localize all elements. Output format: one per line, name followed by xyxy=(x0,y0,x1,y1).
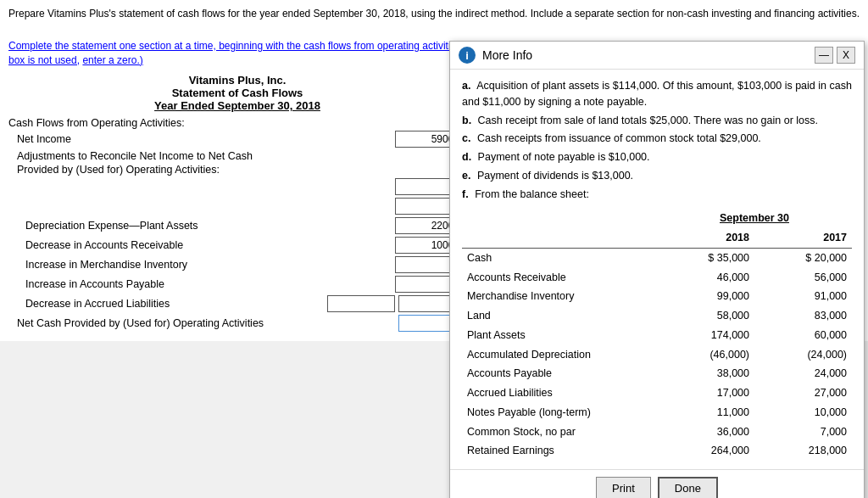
item-b-text: Cash receipt from sale of land totals $2… xyxy=(478,115,818,126)
row-val-2017: 7,000 xyxy=(754,422,852,442)
table-row: Common Stock, no par36,0007,000 xyxy=(462,422,852,442)
decrease-ar-row: Decrease in Accounts Receivable xyxy=(8,237,466,254)
table-row: Notes Payable (long-term)11,00010,000 xyxy=(462,403,852,422)
net-income-label: Net Income xyxy=(8,133,395,145)
statement-header: Vitamins Plus, Inc. Statement of Cash Fl… xyxy=(8,74,466,112)
info-icon: i xyxy=(459,47,476,64)
minimize-button[interactable]: — xyxy=(815,47,833,64)
letter-a: a. xyxy=(462,80,470,92)
table-row: Accounts Receivable46,00056,000 xyxy=(462,268,852,288)
enter-zero-link[interactable]: enter a zero.) xyxy=(82,54,142,66)
balance-sheet-table: September 30 2018 2017 Cash$ 35,000$ 20,… xyxy=(462,209,852,461)
empty-row-2 xyxy=(8,198,466,215)
list-item: c. Cash receipts from issuance of common… xyxy=(462,131,852,147)
row-val-2017: 10,000 xyxy=(754,403,852,422)
row-label: Land xyxy=(462,306,657,326)
col-2018-header: 2018 xyxy=(657,228,754,248)
depreciation-label: Depreciation Expense—Plant Assets xyxy=(8,220,395,232)
info-list: a. Acquisition of plant assets is $114,0… xyxy=(462,78,852,202)
decrease-al-input1[interactable] xyxy=(327,295,395,312)
item-d-text: Payment of note payable is $10,000. xyxy=(478,151,650,163)
dialog-controls: — X xyxy=(815,47,855,64)
increase-ap-label: Increase in Accounts Payable xyxy=(8,278,395,290)
net-cash-row: Net Cash Provided by (Used for) Operatin… xyxy=(8,315,466,332)
row-val-2018: 58,000 xyxy=(657,306,754,326)
dialog-body: a. Acquisition of plant assets is $114,0… xyxy=(450,70,864,469)
operating-section-label: Cash Flows from Operating Activities: xyxy=(8,117,466,129)
dialog-footer: Print Done xyxy=(450,469,864,498)
list-item: f. From the balance sheet: xyxy=(462,187,852,203)
item-a-text: Acquisition of plant assets is $114,000.… xyxy=(462,80,852,108)
table-row: Plant Assets174,00060,000 xyxy=(462,326,852,345)
list-item: a. Acquisition of plant assets is $114,0… xyxy=(462,78,852,110)
row-label: Retained Earnings xyxy=(462,441,657,461)
decrease-ar-label: Decrease in Accounts Receivable xyxy=(8,239,395,251)
row-label: Accumulated Depreciation xyxy=(462,345,657,365)
table-row: Accounts Payable38,00024,000 xyxy=(462,364,852,383)
table-row: Accrued Liabilities17,00027,000 xyxy=(462,383,852,403)
col-2017-header: 2017 xyxy=(754,228,852,248)
sep30-header: September 30 xyxy=(657,209,852,228)
row-val-2018: 264,000 xyxy=(657,441,754,461)
adjustments-label: Adjustments to Reconcile Net Income to N… xyxy=(8,150,466,162)
close-button[interactable]: X xyxy=(837,47,855,64)
decrease-al-row: Decrease in Accrued Liabilities xyxy=(8,295,466,312)
company-name: Vitamins Plus, Inc. xyxy=(8,74,466,87)
list-item: e. Payment of dividends is $13,000. xyxy=(462,168,852,184)
row-val-2017: 83,000 xyxy=(754,306,852,326)
increase-inventory-label: Increase in Merchandise Inventory xyxy=(8,259,395,271)
row-val-2018: 36,000 xyxy=(657,422,754,442)
row-val-2017: 24,000 xyxy=(754,364,852,383)
list-item: b. Cash receipt from sale of land totals… xyxy=(462,113,852,129)
row-val-2017: 27,000 xyxy=(754,383,852,403)
increase-ap-row: Increase in Accounts Payable xyxy=(8,276,466,293)
table-year-row: 2018 2017 xyxy=(462,228,852,248)
row-val-2018: 174,000 xyxy=(657,326,754,345)
row-label: Accounts Receivable xyxy=(462,268,657,288)
row-label: Common Stock, no par xyxy=(462,422,657,442)
increase-inventory-row: Increase in Merchandise Inventory xyxy=(8,256,466,273)
letter-c: c. xyxy=(462,132,470,144)
row-val-2017: 56,000 xyxy=(754,268,852,288)
item-f-text: From the balance sheet: xyxy=(475,188,589,200)
table-row: Cash$ 35,000$ 20,000 xyxy=(462,248,852,267)
row-label: Cash xyxy=(462,248,657,267)
row-val-2017: (24,000) xyxy=(754,345,852,365)
row-val-2018: (46,000) xyxy=(657,345,754,365)
more-info-dialog: i More Info — X a. Acquisition of plant … xyxy=(449,41,865,498)
item-c-text: Cash receipts from issuance of common st… xyxy=(477,132,761,144)
row-val-2017: 60,000 xyxy=(754,326,852,345)
instruction1: Prepare Vitamins Plus's statement of cas… xyxy=(8,7,860,21)
table-section-header-row: September 30 xyxy=(462,209,852,228)
row-val-2018: 46,000 xyxy=(657,268,754,288)
row-val-2018: 11,000 xyxy=(657,403,754,422)
letter-d: d. xyxy=(462,151,471,163)
row-label: Plant Assets xyxy=(462,326,657,345)
table-row: Merchandise Inventory99,00091,000 xyxy=(462,287,852,306)
item-e-text: Payment of dividends is $13,000. xyxy=(477,170,633,182)
empty-row-1 xyxy=(8,178,466,195)
row-val-2017: 91,000 xyxy=(754,287,852,306)
net-cash-label: Net Cash Provided by (Used for) Operatin… xyxy=(8,317,398,329)
row-label: Accounts Payable xyxy=(462,364,657,383)
table-row: Retained Earnings264,000218,000 xyxy=(462,441,852,461)
row-label: Merchandise Inventory xyxy=(462,287,657,306)
print-button[interactable]: Print xyxy=(596,477,651,498)
row-val-2018: $ 35,000 xyxy=(657,248,754,267)
done-button[interactable]: Done xyxy=(658,477,718,498)
letter-e: e. xyxy=(462,170,470,182)
table-row: Accumulated Depreciation(46,000)(24,000) xyxy=(462,345,852,365)
row-label: Accrued Liabilities xyxy=(462,383,657,403)
depreciation-row: Depreciation Expense—Plant Assets xyxy=(8,217,466,234)
row-val-2018: 38,000 xyxy=(657,364,754,383)
balance-table-body: Cash$ 35,000$ 20,000Accounts Receivable4… xyxy=(462,248,852,461)
dialog-title-bar: i More Info — X xyxy=(450,42,864,70)
row-label: Notes Payable (long-term) xyxy=(462,403,657,422)
decrease-al-label: Decrease in Accrued Liabilities xyxy=(8,298,327,310)
dialog-title: More Info xyxy=(482,48,815,62)
row-val-2018: 17,000 xyxy=(657,383,754,403)
table-row: Land58,00083,000 xyxy=(462,306,852,326)
list-item: d. Payment of note payable is $10,000. xyxy=(462,149,852,165)
statement-subtitle: Year Ended September 30, 2018 xyxy=(8,99,466,112)
row-val-2017: $ 20,000 xyxy=(754,248,852,267)
